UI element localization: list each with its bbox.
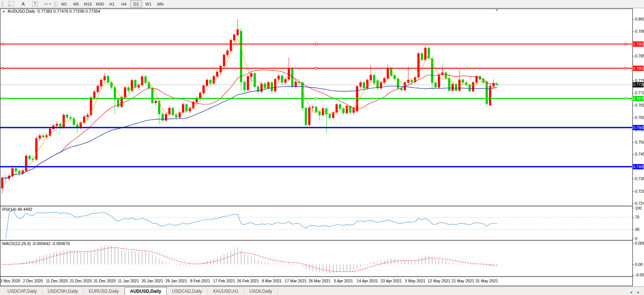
date-label: 17 Mar 2021 — [285, 279, 307, 283]
chart-dropdown-icon[interactable]: ▼ — [2, 10, 5, 13]
date-axis[interactable]: 23 Nov 20202 Dec 202011 Dec 202021 Dec 2… — [0, 279, 498, 283]
svg-text:30: 30 — [635, 227, 640, 232]
price-tag-0.79023: 0.79023 — [632, 41, 644, 47]
svg-text:0.72990: 0.72990 — [635, 189, 644, 194]
chart-legend: ▼ AUDUSD,Daily 0.77383 0.77476 0.77298 0… — [2, 9, 100, 13]
date-label: 11 Jan 2021 — [118, 279, 139, 283]
date-label: 26 Mar 2021 — [308, 279, 330, 283]
symbol-tab-usdchf[interactable]: USDCHF,Daily — [2, 288, 43, 295]
symbol-tab-usoil[interactable]: USOil,Daily — [244, 288, 277, 295]
line-handle[interactable] — [2, 43, 4, 45]
svg-text:0.008782: 0.008782 — [635, 241, 644, 245]
chart-symbol-label: AUDUSD,Daily — [7, 9, 35, 13]
line-handle[interactable] — [2, 98, 4, 100]
svg-text:0.78525: 0.78525 — [635, 54, 644, 58]
svg-text:0.74505: 0.74505 — [635, 152, 644, 156]
date-label: 8 Mar 2021 — [262, 279, 282, 283]
symbol-tab-audusd[interactable]: AUDUSD,Daily — [125, 287, 167, 295]
date-label: 21 May 2021 — [452, 279, 474, 283]
svg-text:0.00: 0.00 — [635, 262, 643, 267]
line-handle[interactable] — [625, 43, 627, 45]
symbol-tab-eurusd[interactable]: EURUSD,Daily — [84, 288, 125, 295]
price-tag-0.74000: 0.74000 — [632, 164, 644, 169]
date-label: 23 Apr 2021 — [381, 279, 402, 283]
line-handle[interactable] — [625, 98, 627, 100]
svg-text:0.79023: 0.79023 — [633, 42, 644, 46]
line-handle[interactable] — [625, 68, 627, 69]
date-label: 23 Nov 2020 — [0, 279, 20, 283]
date-label: 5 Apr 2021 — [334, 279, 353, 283]
date-label: 17 Feb 2021 — [213, 279, 235, 283]
price-tag-0.77354: 0.77354 — [632, 82, 644, 87]
line-handle[interactable] — [315, 68, 317, 69]
symbol-tab-usdcnh[interactable]: USDCNH,Daily — [43, 288, 84, 295]
date-label: 11 Dec 2020 — [46, 279, 68, 283]
date-label: 31 May 2021 — [475, 279, 498, 283]
svg-text:0.73500: 0.73500 — [635, 176, 644, 181]
line-handle[interactable] — [2, 68, 4, 69]
svg-text:-0.004451: -0.004451 — [635, 273, 644, 277]
svg-text:0.77354: 0.77354 — [633, 83, 644, 87]
line-handle[interactable] — [315, 98, 317, 100]
chart-ohlc-values: 0.77383 0.77476 0.77298 0.77354 — [37, 9, 100, 13]
date-label: 2 Dec 2020 — [23, 279, 43, 283]
tab-scroll-left-icon[interactable]: ◄ — [629, 290, 633, 294]
svg-text:0.75603: 0.75603 — [633, 126, 644, 130]
line-handle[interactable] — [315, 43, 317, 45]
svg-text:0.76005: 0.76005 — [635, 115, 644, 120]
date-label: 14 Apr 2021 — [357, 279, 378, 283]
rsi-indicator-label: RSI(14) 49.4492 — [2, 207, 32, 211]
svg-text:0.75000: 0.75000 — [635, 140, 644, 144]
svg-text:0.79530: 0.79530 — [635, 29, 644, 34]
date-label: 8 Feb 2021 — [190, 279, 210, 283]
date-label: 31 Dec 2020 — [94, 279, 116, 283]
svg-text:0.77520: 0.77520 — [635, 78, 644, 83]
symbol-tab-usdcad[interactable]: USDCAD,Daily — [167, 288, 208, 295]
chart-canvas[interactable]: 0.800400.795300.785250.775200.770100.765… — [0, 0, 644, 295]
price-tag-0.76794: 0.76794 — [632, 96, 644, 101]
symbol-tab-xauusd[interactable]: XAUUSD,H1 — [208, 288, 244, 295]
date-label: 29 Jan 2021 — [166, 279, 187, 283]
svg-text:0.80040: 0.80040 — [635, 17, 644, 21]
date-label: 26 Feb 2021 — [237, 279, 259, 283]
tab-scroll-right-icon[interactable]: ► — [637, 290, 640, 294]
svg-text:0.76794: 0.76794 — [633, 97, 644, 101]
trading-terminal-window: { "toolbar": { "tools": [ {"id": "patter… — [0, 0, 644, 295]
svg-text:0.74000: 0.74000 — [633, 165, 644, 169]
date-label: 12 May 2021 — [428, 279, 450, 283]
svg-text:70: 70 — [635, 215, 640, 219]
date-label: 21 Dec 2020 — [70, 279, 92, 283]
symbol-tab-bar: USDCHF,DailyUSDCNH,DailyEURUSD,DailyAUDU… — [0, 286, 644, 295]
svg-text:100: 100 — [635, 206, 642, 210]
svg-text:0.78032: 0.78032 — [633, 66, 644, 70]
date-label: 3 May 2021 — [405, 279, 425, 283]
svg-text:0.72495: 0.72495 — [635, 201, 644, 205]
price-tag-0.78032: 0.78032 — [632, 66, 644, 71]
date-label: 20 Jan 2021 — [142, 279, 163, 283]
svg-text:0: 0 — [635, 236, 637, 241]
svg-text:0.77010: 0.77010 — [635, 91, 644, 95]
svg-text:0.76515: 0.76515 — [635, 103, 644, 107]
macd-indicator-label: MACD(12,26,9) -0.000642 -0.000676 — [2, 241, 70, 246]
price-tag-0.75603: 0.75603 — [632, 125, 644, 130]
